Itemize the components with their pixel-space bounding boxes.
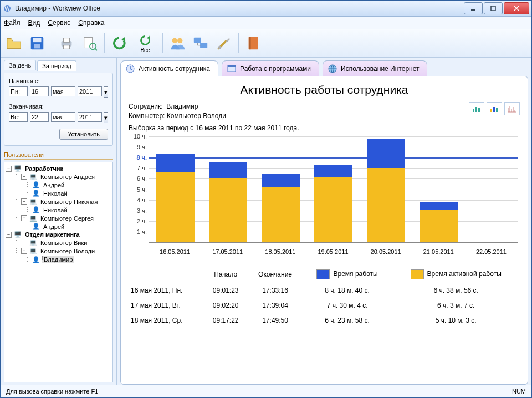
user-icon: 👤	[32, 190, 40, 197]
tab-internet[interactable]: Использование Интернет	[323, 60, 427, 76]
chart-type-3-button[interactable]	[504, 102, 520, 115]
table-row[interactable]: 16 мая 2011, Пн.09:01:2317:33:168 ч. 18 …	[129, 283, 520, 298]
left-pane: За день За период Начиная с: ▾ Заканчива…	[1, 58, 117, 385]
apply-button[interactable]: Установить	[59, 129, 108, 140]
svg-rect-15	[194, 38, 201, 43]
computer-icon: 💻	[29, 198, 37, 205]
table-row[interactable]: 17 мая 2011, Вт.09:02:2017:39:047 ч. 30 …	[129, 298, 520, 313]
from-day[interactable]	[30, 86, 49, 96]
users-tree[interactable]: −🖥️Разработчик ⋮−💻Компьютер Андрея ⋮👤Анд…	[4, 162, 113, 382]
svg-point-17	[218, 46, 222, 49]
settings-button[interactable]	[214, 33, 234, 53]
user-icon: 👤	[32, 256, 40, 263]
to-month[interactable]	[51, 112, 75, 122]
save-button[interactable]	[27, 33, 47, 53]
svg-rect-25	[475, 107, 477, 112]
menu-help[interactable]: Справка	[78, 19, 104, 27]
svg-rect-2	[471, 9, 475, 11]
report-tabs: Активность сотрудника Работа с программа…	[120, 60, 528, 76]
from-dow[interactable]	[9, 86, 28, 96]
svg-rect-5	[33, 38, 42, 43]
minimize-button[interactable]	[464, 2, 483, 14]
svg-rect-24	[473, 109, 474, 112]
svg-point-14	[177, 38, 182, 43]
report-content: Активность работы сотрудника Сотрудник: …	[120, 76, 528, 385]
refresh-all-button[interactable]: Все	[132, 33, 158, 53]
tab-per-period[interactable]: За период	[37, 60, 76, 71]
svg-line-12	[95, 48, 97, 50]
tree-selected-user[interactable]: ⋮👤Владимир	[6, 255, 111, 264]
group-icon: 🖥️	[14, 231, 22, 238]
employee-value: Владимир	[166, 103, 198, 110]
activity-icon	[125, 64, 135, 74]
window-title: Владимир - Workview Office	[15, 4, 464, 12]
toolbar: Все	[1, 29, 531, 58]
print-button[interactable]	[57, 33, 76, 53]
refresh-button[interactable]	[109, 33, 129, 53]
statusbar: Для вызова справки нажмите F1 NUM	[1, 385, 531, 397]
svg-rect-27	[490, 109, 492, 112]
svg-rect-22	[228, 65, 236, 67]
svg-rect-10	[84, 38, 93, 48]
user-icon: 👤	[32, 207, 40, 213]
tab-activity[interactable]: Активность сотрудника	[120, 60, 218, 76]
menubar: Файл Вид Сервис Справка	[1, 17, 531, 29]
to-datepicker-icon[interactable]: ▾	[104, 112, 108, 123]
to-year[interactable]	[78, 112, 102, 122]
legend-active-icon	[411, 269, 424, 279]
svg-rect-3	[491, 6, 495, 11]
status-num: NUM	[512, 388, 526, 395]
status-hint: Для вызова справки нажмите F1	[6, 388, 98, 395]
col-start: Начало	[203, 266, 248, 283]
computer-icon: 💻	[29, 174, 37, 180]
col-end: Окончание	[248, 266, 303, 283]
globe-icon	[328, 64, 337, 74]
svg-rect-26	[478, 108, 480, 112]
programs-icon	[227, 64, 237, 74]
user-icon: 👤	[32, 182, 40, 188]
help-button[interactable]	[243, 33, 263, 53]
computer-value: Компьютер Володи	[167, 112, 226, 120]
maximize-button[interactable]	[484, 2, 503, 14]
col-active: Время активной работы	[392, 266, 520, 283]
users-section-label: Пользователи	[4, 151, 113, 160]
computers-button[interactable]	[191, 33, 211, 53]
app-icon: W	[3, 4, 12, 13]
svg-rect-8	[63, 38, 69, 43]
print-preview-button[interactable]	[80, 33, 100, 53]
chart-type-1-button[interactable]	[469, 102, 484, 115]
svg-text:W: W	[4, 6, 10, 12]
svg-rect-29	[496, 108, 498, 112]
app-window: W Владимир - Workview Office Файл Вид Се…	[0, 0, 532, 398]
tab-per-day[interactable]: За день	[4, 60, 36, 70]
menu-service[interactable]: Сервис	[48, 19, 70, 27]
menu-file[interactable]: Файл	[4, 19, 21, 27]
tree-group[interactable]: −🖥️Разработчик	[6, 165, 111, 172]
from-year[interactable]	[78, 86, 102, 96]
to-dow[interactable]	[9, 112, 28, 122]
users-button[interactable]	[167, 33, 187, 53]
right-pane: Активность сотрудника Работа с программа…	[117, 58, 531, 385]
col-work: Время работы	[303, 266, 392, 283]
to-label: Заканчивая:	[9, 103, 108, 110]
computer-icon: 💻	[29, 239, 37, 246]
svg-rect-19	[249, 37, 250, 50]
table-row[interactable]: 18 мая 2011, Ср.09:17:2217:49:506 ч. 23 …	[129, 313, 520, 328]
period-panel: Начиная с: ▾ Заканчивая: ▾ Установить	[4, 73, 113, 146]
menu-view[interactable]: Вид	[28, 19, 40, 27]
chart-type-2-button[interactable]	[487, 102, 502, 115]
tab-programs[interactable]: Работа с программами	[222, 60, 319, 76]
titlebar: W Владимир - Workview Office	[1, 1, 531, 17]
from-datepicker-icon[interactable]: ▾	[104, 86, 108, 98]
svg-rect-16	[200, 43, 207, 48]
svg-rect-28	[493, 107, 495, 112]
open-button[interactable]	[4, 33, 24, 53]
report-title: Активность работы сотрудника	[129, 83, 520, 96]
computer-icon: 💻	[29, 215, 37, 222]
legend-work-icon	[316, 269, 330, 279]
computer-icon: 💻	[29, 248, 37, 254]
close-button[interactable]	[504, 2, 529, 14]
to-day[interactable]	[30, 112, 49, 122]
activity-chart: 1 ч.2 ч.3 ч.4 ч.5 ч.6 ч.7 ч.8 ч.9 ч.10 ч…	[149, 136, 518, 258]
from-month[interactable]	[51, 86, 75, 96]
